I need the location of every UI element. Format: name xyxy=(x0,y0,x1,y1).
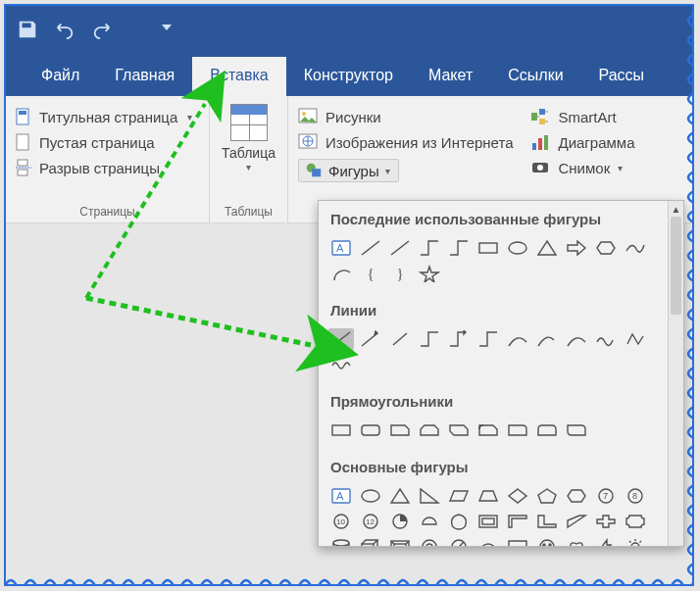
frame-jagged-border xyxy=(6,6,694,586)
